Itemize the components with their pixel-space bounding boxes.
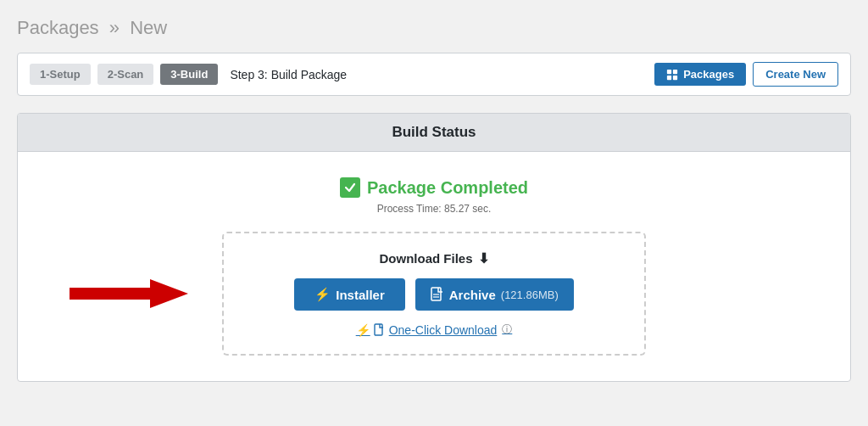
title-separator: »	[109, 17, 120, 38]
title-section: New	[130, 17, 167, 38]
archive-button[interactable]: Archive (121.86MB)	[415, 278, 574, 311]
download-buttons: ⚡ Installer Archive (121.86MB)	[294, 278, 573, 311]
download-label: Download Files ⬇	[379, 250, 488, 266]
status-text: Package Completed	[367, 178, 528, 198]
red-arrow-icon	[70, 272, 188, 315]
svg-rect-3	[673, 75, 677, 79]
create-new-button[interactable]: Create New	[753, 62, 838, 87]
svg-rect-0	[667, 69, 671, 73]
card-header: Build Status	[18, 114, 850, 152]
download-wrapper: Download Files ⬇ ⚡ Installer	[222, 232, 646, 356]
check-icon	[340, 177, 360, 198]
packages-label: Packages	[683, 68, 734, 81]
bolt-icon-oneclick: ⚡	[356, 323, 370, 337]
packages-button[interactable]: Packages	[654, 63, 746, 86]
process-time: Process Time: 85.27 sec.	[377, 203, 492, 215]
download-section: Download Files ⬇ ⚡ Installer	[222, 232, 646, 356]
step-description: Step 3: Build Package	[230, 68, 648, 81]
step-3-button[interactable]: 3-Build	[160, 64, 218, 85]
top-bar-actions: Packages Create New	[654, 62, 838, 87]
installer-button[interactable]: ⚡ Installer	[294, 278, 405, 311]
archive-label: Archive	[449, 288, 496, 302]
download-icon: ⬇	[478, 250, 489, 266]
process-time-label: Process Time:	[377, 203, 442, 215]
top-bar: 1-Setup 2-Scan 3-Build Step 3: Build Pac…	[17, 53, 851, 96]
card-body: Package Completed Process Time: 85.27 se…	[18, 152, 850, 381]
page-title: Packages » New	[17, 17, 851, 39]
main-card: Build Status Package Completed Process T…	[17, 113, 851, 382]
svg-marker-4	[70, 279, 188, 308]
svg-rect-1	[673, 69, 677, 73]
svg-rect-8	[375, 324, 382, 335]
bolt-icon-installer: ⚡	[314, 287, 331, 302]
archive-file-icon	[431, 287, 444, 302]
svg-rect-2	[667, 75, 671, 79]
one-click-download[interactable]: ⚡ One-Click Download ⓘ	[356, 322, 513, 337]
file-icon-oneclick	[374, 323, 386, 337]
download-label-text: Download Files	[379, 251, 472, 266]
status-complete: Package Completed	[340, 177, 528, 198]
archive-size: (121.86MB)	[501, 289, 559, 301]
step-2-button[interactable]: 2-Scan	[97, 64, 154, 85]
title-packages: Packages	[17, 17, 99, 38]
installer-label: Installer	[336, 288, 385, 302]
step-1-button[interactable]: 1-Setup	[30, 64, 91, 85]
packages-icon	[666, 69, 678, 81]
process-time-value: 85.27 sec.	[444, 203, 491, 215]
info-icon: ⓘ	[502, 322, 512, 337]
one-click-label: One-Click Download	[389, 323, 498, 337]
